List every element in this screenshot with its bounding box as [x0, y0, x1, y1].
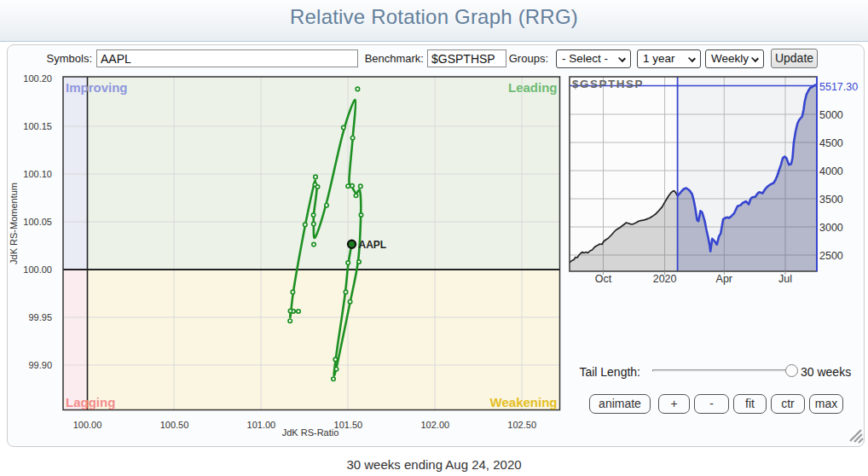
svg-text:100.00: 100.00 — [73, 420, 102, 430]
svg-text:4500: 4500 — [819, 137, 843, 149]
svg-text:99.95: 99.95 — [28, 312, 52, 322]
svg-text:2020: 2020 — [653, 273, 677, 285]
svg-text:Apr: Apr — [716, 273, 732, 285]
svg-text:99.90: 99.90 — [28, 360, 52, 370]
svg-text:100.00: 100.00 — [23, 264, 52, 275]
svg-text:Jul: Jul — [778, 273, 792, 285]
svg-text:101.00: 101.00 — [247, 420, 276, 430]
svg-text:$GSPTHSP: $GSPTHSP — [572, 78, 644, 90]
svg-text:102.00: 102.00 — [420, 420, 449, 430]
svg-text:5517.30: 5517.30 — [819, 81, 858, 93]
svg-text:4000: 4000 — [819, 165, 843, 177]
svg-text:3000: 3000 — [819, 222, 843, 234]
svg-text:5000: 5000 — [819, 109, 843, 121]
svg-text:Lagging: Lagging — [66, 395, 115, 409]
svg-text:Improving: Improving — [66, 80, 128, 95]
svg-text:100.20: 100.20 — [23, 73, 52, 84]
svg-text:3500: 3500 — [819, 194, 843, 206]
svg-text:JdK RS-Momentum: JdK RS-Momentum — [9, 183, 19, 264]
svg-text:Oct: Oct — [595, 273, 612, 285]
svg-text:100.05: 100.05 — [23, 217, 52, 227]
svg-text:102.50: 102.50 — [507, 420, 536, 430]
svg-text:100.10: 100.10 — [23, 169, 52, 179]
svg-text:100.15: 100.15 — [23, 121, 52, 131]
svg-text:100.50: 100.50 — [160, 420, 189, 430]
svg-text:2500: 2500 — [819, 250, 843, 262]
svg-text:Weakening: Weakening — [490, 395, 558, 409]
svg-text:Leading: Leading — [508, 80, 558, 95]
svg-text:AAPL: AAPL — [359, 239, 387, 251]
svg-text:JdK RS-Ratio: JdK RS-Ratio — [282, 427, 339, 438]
